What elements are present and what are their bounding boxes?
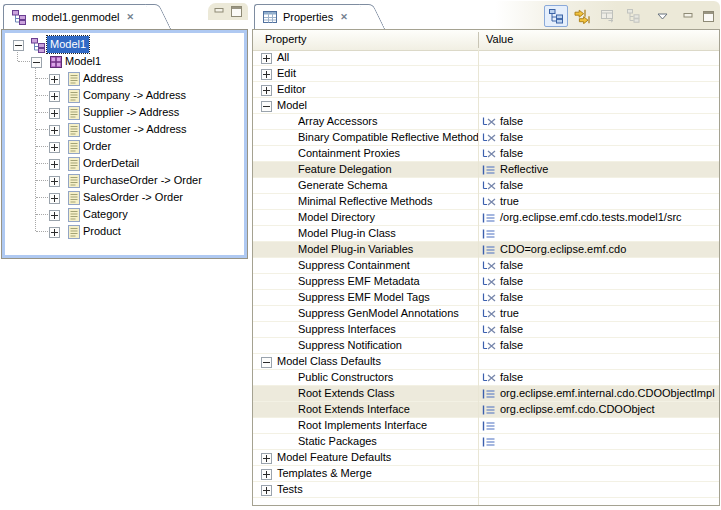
property-row[interactable]: Minimal Reflective Methodstrue — [253, 194, 719, 210]
property-row[interactable]: Binary Compatible Reflective Methodsfals… — [253, 130, 719, 146]
property-row[interactable]: Suppress EMF Model Tagsfalse — [253, 290, 719, 306]
tree-item[interactable]: Address — [5, 70, 244, 87]
tree-expander-icon[interactable] — [49, 227, 60, 238]
row-expander-icon[interactable] — [261, 469, 272, 480]
property-row[interactable]: Generate Schemafalse — [253, 178, 719, 194]
editor-tab-model1-genmodel[interactable]: model1.genmodel ✕ — [3, 4, 146, 29]
view-menu-button[interactable] — [654, 5, 671, 27]
row-expander-icon[interactable] — [261, 101, 272, 112]
tree-expander-icon[interactable] — [49, 74, 60, 85]
property-name: Root Implements Interface — [298, 418, 478, 433]
category-row[interactable]: Model Feature Defaults — [253, 450, 719, 466]
restore-default-value-button[interactable] — [596, 5, 620, 27]
tree-expander-icon[interactable] — [49, 193, 60, 204]
property-row[interactable]: Array Accessorsfalse — [253, 114, 719, 130]
minimize-icon[interactable] — [213, 6, 226, 17]
row-expander-icon[interactable] — [261, 357, 272, 368]
tree-item[interactable]: OrderDetail — [5, 155, 244, 172]
property-name: Generate Schema — [298, 178, 478, 193]
property-row[interactable]: Model Plug-in Class — [253, 226, 719, 242]
property-name: Model Plug-in Variables — [298, 242, 478, 257]
tree-item[interactable]: Supplier -> Address — [5, 104, 244, 121]
property-row[interactable]: Containment Proxiesfalse — [253, 146, 719, 162]
property-row[interactable]: Suppress EMF Metadatafalse — [253, 274, 719, 290]
class-icon — [66, 207, 82, 223]
tree-expander-icon[interactable] — [49, 125, 60, 136]
tree-expander-icon[interactable] — [49, 108, 60, 119]
property-value: true — [500, 306, 519, 321]
row-expander-icon[interactable] — [261, 485, 272, 496]
tree-item-label: Address — [83, 70, 123, 87]
property-row[interactable]: Suppress Containmentfalse — [253, 258, 719, 274]
column-header-property[interactable]: Property — [265, 30, 307, 49]
tree-item[interactable]: Model1 — [5, 36, 244, 53]
close-icon[interactable]: ✕ — [338, 11, 350, 23]
category-label: Edit — [277, 66, 296, 81]
class-icon — [66, 71, 82, 87]
property-row[interactable]: Feature DelegationReflective — [253, 162, 719, 178]
property-row[interactable]: Root Implements Interface — [253, 418, 719, 434]
row-expander-icon[interactable] — [261, 453, 272, 464]
maximize-icon[interactable] — [230, 6, 243, 17]
tree-item[interactable]: Product — [5, 223, 244, 240]
tree-expander-icon[interactable] — [49, 159, 60, 170]
text-value-icon — [481, 388, 497, 400]
category-row[interactable]: Edit — [253, 66, 719, 82]
tree-expander-icon[interactable] — [49, 91, 60, 102]
property-name: Suppress EMF Model Tags — [298, 290, 478, 305]
class-icon — [66, 88, 82, 104]
minimize-button[interactable] — [679, 5, 697, 27]
property-row[interactable]: Public Constructorsfalse — [253, 370, 719, 386]
property-value: false — [500, 146, 523, 161]
category-row[interactable]: Editor — [253, 82, 719, 98]
tree-item[interactable]: SalesOrder -> Order — [5, 189, 244, 206]
properties-table: Property Value AllEditEditorModelArray A… — [252, 29, 720, 506]
tree-item-label: SalesOrder -> Order — [83, 189, 183, 206]
tree-item-label: Model1 — [47, 36, 89, 53]
row-expander-icon[interactable] — [261, 53, 272, 64]
property-row[interactable]: Root Extends Classorg.eclipse.emf.intern… — [253, 386, 719, 402]
property-name: Root Extends Class — [298, 386, 478, 401]
tree-item[interactable]: Order — [5, 138, 244, 155]
column-divider[interactable] — [478, 32, 479, 48]
tree-expander-icon[interactable] — [31, 57, 42, 68]
property-value: Reflective — [500, 162, 548, 177]
close-icon[interactable]: ✕ — [124, 11, 136, 23]
property-row[interactable]: Suppress GenModel Annotationstrue — [253, 306, 719, 322]
tree-item[interactable]: Model1 — [5, 53, 244, 70]
property-name: Binary Compatible Reflective Methods — [298, 130, 478, 145]
editor-tab-strip: model1.genmodel ✕ — [1, 1, 248, 29]
tree-item[interactable]: PurchaseOrder -> Order — [5, 172, 244, 189]
tree-mode-button[interactable] — [544, 5, 568, 27]
category-row[interactable]: All — [253, 50, 719, 66]
tree-item[interactable]: Customer -> Address — [5, 121, 244, 138]
show-advanced-properties-button[interactable] — [570, 5, 594, 27]
category-row[interactable]: Model — [253, 98, 719, 114]
category-label: Editor — [277, 82, 306, 97]
tree-expander-icon[interactable] — [13, 40, 24, 51]
property-row[interactable]: Model Directory/org.eclipse.emf.cdo.test… — [253, 210, 719, 226]
tree-expander-icon[interactable] — [49, 210, 60, 221]
maximize-button[interactable] — [699, 5, 717, 27]
category-row[interactable]: Model Class Defaults — [253, 354, 719, 370]
property-row[interactable]: Suppress Notificationfalse — [253, 338, 719, 354]
property-name: Minimal Reflective Methods — [298, 194, 478, 209]
tree-expander-icon[interactable] — [49, 142, 60, 153]
property-row[interactable]: Model Plug-in VariablesCDO=org.eclipse.e… — [253, 242, 719, 258]
row-expander-icon[interactable] — [261, 85, 272, 96]
tree-item[interactable]: Category — [5, 206, 244, 223]
category-row[interactable]: Tests — [253, 482, 719, 498]
boolean-value-icon — [481, 260, 497, 272]
row-expander-icon[interactable] — [261, 69, 272, 80]
property-row[interactable]: Static Packages — [253, 434, 719, 450]
tree-expander-icon[interactable] — [49, 176, 60, 187]
properties-tab[interactable]: Properties ✕ — [254, 4, 360, 29]
property-row[interactable]: Suppress Interfacesfalse — [253, 322, 719, 338]
show-categories-button[interactable] — [622, 5, 646, 27]
category-row[interactable]: Templates & Merge — [253, 466, 719, 482]
column-header-value[interactable]: Value — [486, 30, 513, 49]
tree-item[interactable]: Company -> Address — [5, 87, 244, 104]
property-row[interactable]: Root Extends Interfaceorg.eclipse.emf.cd… — [253, 402, 719, 418]
editor-tab-title: model1.genmodel — [32, 11, 119, 23]
editor-content-border: Model1Model1AddressCompany -> AddressSup… — [1, 29, 248, 259]
